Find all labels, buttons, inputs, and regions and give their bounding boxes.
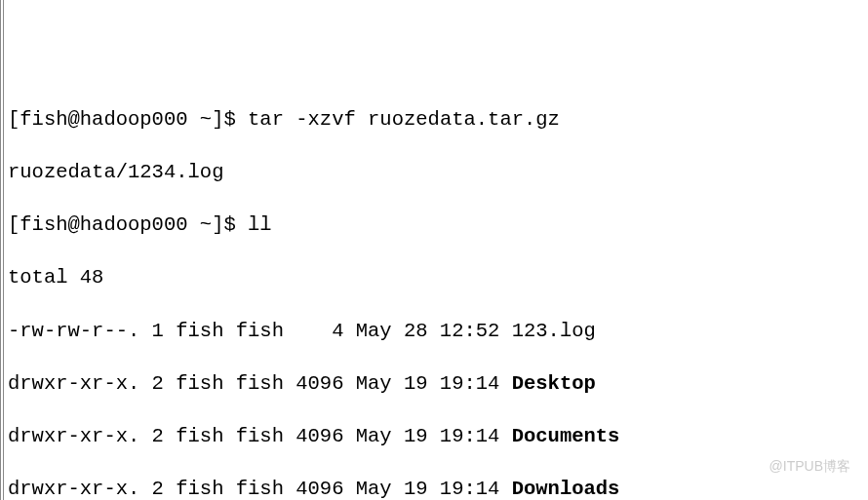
command-text: ll — [248, 213, 272, 236]
terminal-output: total 48 — [8, 264, 864, 290]
ls-entry: drwxr-xr-x. 2 fish fish 4096 May 19 19:1… — [8, 370, 864, 397]
ls-entry: -rw-rw-r--. 1 fish fish 4 May 28 12:52 1… — [8, 318, 864, 344]
shell-prompt: [fish@hadoop000 ~]$ — [8, 213, 248, 236]
command-text: tar -xzvf ruozedata.tar.gz — [248, 108, 560, 131]
ls-dirname: Downloads — [512, 478, 620, 500]
ls-filename: 123.log — [512, 320, 596, 342]
terminal-line: [fish@hadoop000 ~]$ ll — [8, 212, 864, 238]
shell-prompt: [fish@hadoop000 ~]$ — [8, 108, 248, 131]
ls-entry: drwxr-xr-x. 2 fish fish 4096 May 19 19:1… — [8, 423, 864, 449]
ls-meta: drwxr-xr-x. 2 fish fish 4096 May 19 19:1… — [8, 372, 512, 395]
terminal-line: [fish@hadoop000 ~]$ tar -xzvf ruozedata.… — [8, 106, 864, 133]
ls-meta: drwxr-xr-x. 2 fish fish 4096 May 19 19:1… — [8, 478, 512, 500]
terminal-output: ruozedata/1234.log — [8, 159, 864, 185]
ls-entry: drwxr-xr-x. 2 fish fish 4096 May 19 19:1… — [8, 476, 864, 500]
watermark-text: @ITPUB博客 — [769, 457, 850, 475]
ls-meta: drwxr-xr-x. 2 fish fish 4096 May 19 19:1… — [8, 425, 512, 447]
ls-meta: -rw-rw-r--. 1 fish fish 4 May 28 12:52 — [8, 320, 512, 342]
ls-dirname: Desktop — [512, 372, 596, 395]
ls-dirname: Documents — [512, 425, 620, 447]
